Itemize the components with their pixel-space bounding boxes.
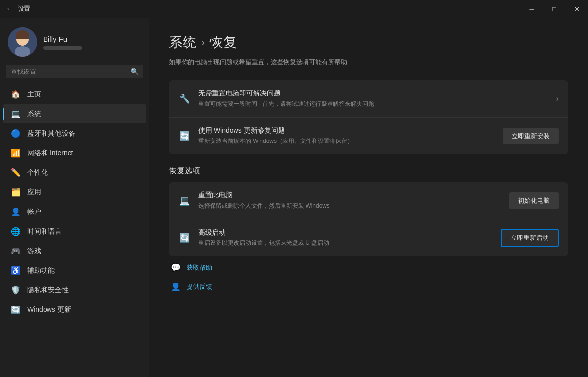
nav-label-gaming: 游戏: [27, 247, 41, 256]
recovery-title-advanced: 高级启动: [198, 228, 493, 237]
breadcrumb-current: 恢复: [210, 33, 237, 52]
nav-icon-network: 📶: [11, 148, 21, 158]
main-layout: Billy Fu 🔍 🏠 主页💻 系统🔵 蓝牙和其他设备📶 网络和 Intern…: [0, 18, 588, 377]
nav-icon-gaming: 🎮: [11, 246, 21, 256]
svg-rect-3: [16, 34, 29, 39]
nav-icon-time: 🌐: [11, 227, 21, 236]
link-label-help: 获取帮助: [187, 263, 212, 272]
avatar: [8, 27, 37, 57]
user-section[interactable]: Billy Fu: [0, 18, 149, 65]
nav-label-network: 网络和 Internet: [27, 149, 73, 158]
nav-icon-system: 💻: [11, 109, 21, 118]
recovery-title-reset: 重置此电脑: [198, 191, 501, 200]
user-subtitle: [43, 46, 82, 50]
option-icon-troubleshoot: 🔧: [179, 94, 190, 104]
minimize-button[interactable]: ─: [520, 0, 543, 18]
option-icon-reinstall: 🔄: [179, 131, 190, 141]
user-info: Billy Fu: [43, 35, 82, 50]
link-label-feedback: 提供反馈: [187, 283, 212, 291]
active-indicator: [3, 108, 4, 120]
chevron-icon: ›: [556, 94, 559, 103]
titlebar: ← 设置 ─ □ ✕: [0, 0, 588, 18]
close-button[interactable]: ✕: [565, 0, 588, 18]
main-option-reinstall[interactable]: 🔄 使用 Windows 更新修复问题 重新安装当前版本的 Windows（应用…: [169, 118, 568, 154]
sidebar-item-accounts[interactable]: 👤 帐户: [3, 202, 146, 221]
main-options-card: 🔧 无需重置电脑即可解决问题 重置可能需要一段时间 - 首先，请尝试通过运行疑难…: [169, 80, 568, 154]
link-icon-feedback: 👤: [171, 282, 181, 291]
main-option-troubleshoot[interactable]: 🔧 无需重置电脑即可解决问题 重置可能需要一段时间 - 首先，请尝试通过运行疑难…: [169, 80, 568, 118]
sidebar-item-personalization[interactable]: ✏️ 个性化: [3, 163, 146, 182]
nav-icon-apps: 🗂️: [11, 188, 21, 197]
nav-label-home: 主页: [27, 90, 41, 99]
recovery-options-card: 💻 重置此电脑 选择保留或删除个人文件，然后重新安装 Windows 初始化电脑…: [169, 182, 568, 256]
recovery-icon-advanced: 🔄: [179, 233, 190, 243]
back-button[interactable]: ←: [6, 4, 14, 13]
search-box[interactable]: 🔍: [6, 65, 143, 78]
content-area: 系统 › 恢复 如果你的电脑出现问题或希望重置，这些恢复选项可能有所帮助 🔧 无…: [149, 18, 588, 377]
btn-reset[interactable]: 初始化电脑: [509, 192, 559, 209]
links-section: 💬 获取帮助👤 提供反馈: [169, 258, 568, 296]
recovery-option-reset[interactable]: 💻 重置此电脑 选择保留或删除个人文件，然后重新安装 Windows 初始化电脑: [169, 182, 568, 219]
sidebar-item-apps[interactable]: 🗂️ 应用: [3, 183, 146, 202]
sidebar-item-bluetooth[interactable]: 🔵 蓝牙和其他设备: [3, 124, 146, 143]
sidebar: Billy Fu 🔍 🏠 主页💻 系统🔵 蓝牙和其他设备📶 网络和 Intern…: [0, 18, 149, 377]
nav-list: 🏠 主页💻 系统🔵 蓝牙和其他设备📶 网络和 Internet✏️ 个性化🗂️ …: [0, 84, 149, 320]
recovery-section-title: 恢复选项: [169, 166, 568, 176]
sidebar-item-home[interactable]: 🏠 主页: [3, 85, 146, 104]
recovery-action-advanced[interactable]: 立即重新启动: [501, 229, 559, 247]
nav-icon-privacy: 🛡️: [11, 285, 21, 295]
breadcrumb-separator: ›: [201, 36, 205, 49]
sidebar-item-accessibility[interactable]: ♿ 辅助功能: [3, 261, 146, 280]
recovery-subtitle-advanced: 重启设备以更改启动设置，包括从光盘或 U 盘启动: [198, 239, 493, 247]
avatar-image: [8, 27, 37, 57]
recovery-text-advanced: 高级启动 重启设备以更改启动设置，包括从光盘或 U 盘启动: [198, 228, 493, 247]
breadcrumb-parent: 系统: [169, 33, 196, 52]
window-controls: ─ □ ✕: [520, 0, 588, 18]
option-subtitle-troubleshoot: 重置可能需要一段时间 - 首先，请尝试通过运行疑难解答来解决问题: [198, 100, 548, 108]
sidebar-item-system[interactable]: 💻 系统: [3, 104, 146, 123]
nav-icon-update: 🔄: [11, 305, 21, 314]
sidebar-item-time[interactable]: 🌐 时间和语言: [3, 222, 146, 241]
nav-label-personalization: 个性化: [27, 168, 48, 177]
search-input[interactable]: [11, 68, 126, 75]
nav-label-accounts: 帐户: [27, 208, 41, 216]
page-description: 如果你的电脑出现问题或希望重置，这些恢复选项可能有所帮助: [169, 58, 568, 67]
sidebar-item-network[interactable]: 📶 网络和 Internet: [3, 143, 146, 163]
link-help[interactable]: 💬 获取帮助: [169, 258, 568, 277]
recovery-action-reset[interactable]: 初始化电脑: [509, 192, 559, 209]
option-text-reinstall: 使用 Windows 更新修复问题 重新安装当前版本的 Windows（应用、文…: [198, 126, 495, 145]
sidebar-item-update[interactable]: 🔄 Windows 更新: [3, 300, 146, 319]
nav-icon-home: 🏠: [11, 90, 21, 99]
option-title-troubleshoot: 无需重置电脑即可解决问题: [198, 89, 548, 98]
sidebar-item-privacy[interactable]: 🛡️ 隐私和安全性: [3, 281, 146, 300]
nav-label-bluetooth: 蓝牙和其他设备: [27, 129, 75, 138]
nav-icon-bluetooth: 🔵: [11, 129, 21, 138]
link-feedback[interactable]: 👤 提供反馈: [169, 277, 568, 296]
option-subtitle-reinstall: 重新安装当前版本的 Windows（应用、文件和设置将保留）: [198, 137, 495, 145]
nav-label-time: 时间和语言: [27, 227, 62, 236]
option-title-reinstall: 使用 Windows 更新修复问题: [198, 126, 495, 135]
nav-label-privacy: 隐私和安全性: [27, 286, 69, 295]
nav-icon-accounts: 👤: [11, 207, 21, 216]
nav-label-system: 系统: [27, 110, 41, 118]
recovery-option-advanced[interactable]: 🔄 高级启动 重启设备以更改启动设置，包括从光盘或 U 盘启动 立即重新启动: [169, 219, 568, 256]
nav-label-update: Windows 更新: [27, 306, 71, 314]
recovery-text-reset: 重置此电脑 选择保留或删除个人文件，然后重新安装 Windows: [198, 191, 501, 210]
recovery-icon-reset: 💻: [179, 195, 190, 206]
titlebar-title: 设置: [18, 4, 30, 13]
option-text-troubleshoot: 无需重置电脑即可解决问题 重置可能需要一段时间 - 首先，请尝试通过运行疑难解答…: [198, 89, 548, 108]
btn-advanced[interactable]: 立即重新启动: [501, 229, 559, 247]
sidebar-item-gaming[interactable]: 🎮 游戏: [3, 241, 146, 260]
user-name: Billy Fu: [43, 35, 82, 43]
search-icon: 🔍: [130, 68, 139, 75]
nav-label-accessibility: 辅助功能: [27, 266, 55, 275]
nav-label-apps: 应用: [27, 188, 41, 197]
action-button-reinstall[interactable]: 立即重新安装: [503, 128, 559, 144]
nav-icon-accessibility: ♿: [11, 266, 21, 275]
link-icon-help: 💬: [171, 263, 181, 272]
maximize-button[interactable]: □: [543, 0, 565, 18]
nav-icon-personalization: ✏️: [11, 168, 21, 177]
btn-reinstall[interactable]: 立即重新安装: [503, 128, 559, 144]
breadcrumb: 系统 › 恢复: [169, 33, 568, 52]
recovery-subtitle-reset: 选择保留或删除个人文件，然后重新安装 Windows: [198, 202, 501, 210]
